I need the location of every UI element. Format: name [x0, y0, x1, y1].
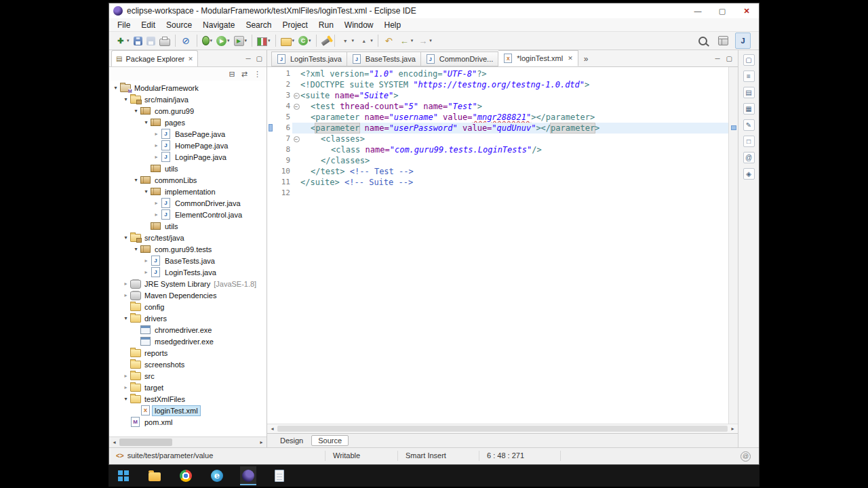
maximize-button[interactable]: ▢ — [710, 3, 734, 18]
editor-tab-logintest-xml[interactable]: X*loginTest.xml✕ — [498, 50, 578, 66]
expand-arrow-icon[interactable]: ▸ — [142, 258, 150, 264]
previous-annotation-button-menu-icon[interactable]: ▾ — [370, 38, 373, 43]
menu-source[interactable]: Source — [161, 20, 197, 30]
minimized-view-icon-2[interactable]: ≡ — [743, 70, 755, 82]
tree-item-basetests-java[interactable]: ▸JBaseTests.java — [109, 255, 267, 266]
save-button[interactable] — [132, 33, 144, 48]
collapse-all-button[interactable]: ⊟ — [229, 70, 235, 79]
file-explorer-button[interactable] — [146, 466, 163, 485]
collapse-fold-icon[interactable]: − — [294, 136, 300, 142]
code-line-8[interactable]: 8<class name="com.guru99.tests.LoginTest… — [267, 144, 728, 155]
line-number[interactable]: 8 — [274, 144, 292, 155]
code-editor[interactable]: 1<?xml version="1.0" encoding="UTF-8"?>2… — [267, 67, 728, 424]
run-external-tools-button[interactable]: ▶▾ — [233, 33, 249, 48]
debug-button-menu-icon[interactable]: ▾ — [210, 38, 213, 43]
close-view-icon[interactable]: ✕ — [188, 56, 193, 62]
expand-arrow-icon[interactable]: ▸ — [153, 154, 160, 160]
line-number[interactable]: 3 — [274, 90, 292, 101]
page-tab-source[interactable]: Source — [311, 435, 349, 446]
tree-item-screenshots[interactable]: screenshots — [109, 359, 267, 370]
expand-arrow-icon[interactable]: ▾ — [142, 119, 150, 125]
collapse-fold-icon[interactable]: − — [294, 104, 300, 110]
tree-item-com-guru99[interactable]: ▾com.guru99 — [109, 105, 267, 117]
menu-navigate[interactable]: Navigate — [197, 20, 240, 30]
coverage-button-menu-icon[interactable]: ▾ — [268, 38, 271, 43]
close-button[interactable]: ✕ — [734, 3, 759, 18]
tree-item-basepage-java[interactable]: ▸JBasePage.java — [109, 128, 267, 140]
scroll-track[interactable] — [119, 438, 256, 447]
tree-item-testxmlfiles[interactable]: ▾testXmlFiles — [109, 393, 267, 405]
editor-tab-commondrive[interactable]: JCommonDrive... — [421, 52, 498, 66]
minimized-view-icon-4[interactable]: ▦ — [743, 103, 755, 115]
line-number[interactable]: 6 — [274, 123, 292, 134]
tree-item-jre-system-library[interactable]: ▸JRE System Library[JavaSE-1.8] — [109, 278, 267, 289]
menu-help[interactable]: Help — [379, 20, 407, 30]
open-perspective-button[interactable] — [717, 33, 730, 48]
tree-item-src[interactable]: ▸src — [109, 370, 267, 382]
next-annotation-button[interactable]: ▼▾ — [338, 33, 356, 48]
code-line-11[interactable]: 11</suite> <!-- Suite --> — [267, 177, 728, 188]
menu-search[interactable]: Search — [240, 20, 277, 30]
code-line-5[interactable]: 5<parameter name="username" value="mngr2… — [267, 112, 728, 123]
new-wizard-button-menu-icon[interactable]: ▾ — [127, 38, 130, 43]
code-line-3[interactable]: 3−<suite name="Suite"> — [267, 90, 728, 101]
tree-item-src-main-java[interactable]: ▾src/main/java — [109, 94, 267, 105]
code-line-6[interactable]: 6<parameter name="userPassword" value="q… — [267, 123, 728, 134]
line-number[interactable]: 7 — [274, 134, 292, 144]
expand-arrow-icon[interactable]: ▸ — [122, 373, 130, 379]
scroll-left-icon[interactable]: ◂ — [267, 426, 277, 432]
maximize-view-icon[interactable]: ▢ — [256, 55, 262, 62]
last-edit-location-button[interactable]: ↶ — [382, 33, 396, 48]
line-number[interactable]: 9 — [274, 155, 292, 166]
scroll-thumb[interactable] — [277, 426, 728, 432]
minimized-view-icon-3[interactable]: ▤ — [743, 87, 755, 98]
notepad-button[interactable] — [271, 466, 288, 485]
expand-arrow-icon[interactable]: ▸ — [122, 281, 130, 287]
scroll-right-icon[interactable]: ▸ — [728, 426, 738, 432]
new-java-project-button[interactable]: ▾ — [279, 33, 296, 48]
minimized-view-icon-5[interactable]: ✎ — [743, 119, 755, 131]
notifications-icon[interactable]: @ — [741, 451, 751, 462]
view-menu-button[interactable]: ⋮ — [254, 70, 261, 79]
code-line-2[interactable]: 2<!DOCTYPE suite SYSTEM "https://testng.… — [267, 79, 728, 90]
code-line-1[interactable]: 1<?xml version="1.0" encoding="UTF-8"?> — [267, 68, 728, 79]
skip-breakpoints-button[interactable]: ⊘ — [179, 33, 193, 48]
back-button-menu-icon[interactable]: ▾ — [411, 38, 414, 43]
coverage-button[interactable]: ▾ — [256, 33, 272, 48]
minimize-view-icon[interactable]: ─ — [245, 55, 250, 62]
expand-arrow-icon[interactable]: ▸ — [122, 292, 130, 298]
tree-item-pages[interactable]: ▾pages — [109, 117, 267, 128]
chrome-button[interactable] — [178, 466, 194, 485]
forward-button-menu-icon[interactable]: ▾ — [429, 38, 432, 43]
new-class-button-menu-icon[interactable]: ▾ — [309, 38, 311, 43]
editor-horizontal-scrollbar[interactable]: ◂ ▸ — [267, 424, 738, 433]
line-number[interactable]: 5 — [274, 112, 292, 123]
line-number[interactable]: 12 — [274, 188, 292, 199]
tree-item-utils[interactable]: utils — [109, 220, 267, 232]
tree-item-maven-dependencies[interactable]: ▸Maven Dependencies — [109, 289, 267, 301]
tab-overflow-chevron[interactable]: » — [584, 54, 589, 64]
code-line-7[interactable]: 7−<classes> — [267, 134, 728, 144]
annotation-overview-marker[interactable] — [731, 125, 736, 130]
line-number[interactable]: 1 — [274, 68, 292, 79]
maximize-editor-icon[interactable]: ▢ — [726, 55, 732, 62]
tree-item-chromedriver-exe[interactable]: chromedriver.exe — [109, 324, 267, 336]
editor-tab-logintests-java[interactable]: JLoginTests.java — [271, 52, 347, 66]
open-search-button[interactable] — [320, 33, 331, 48]
expand-arrow-icon[interactable]: ▸ — [153, 142, 160, 148]
tree-item-com-guru99-tests[interactable]: ▾com.guru99.tests — [109, 243, 267, 255]
tree-item-modularframework[interactable]: ▾ModularFramework — [109, 82, 267, 94]
java-perspective-button[interactable]: J — [735, 33, 751, 49]
new-java-project-button-menu-icon[interactable]: ▾ — [292, 38, 295, 43]
code-line-4[interactable]: 4−<test thread-count="5" name="Test"> — [267, 101, 728, 112]
expand-arrow-icon[interactable]: ▸ — [142, 269, 150, 275]
tree-item-pom-xml[interactable]: Mpom.xml — [109, 416, 267, 428]
tree-item-commonlibs[interactable]: ▾commonLibs — [109, 174, 267, 186]
forward-button[interactable]: →▾ — [416, 33, 433, 48]
minimized-view-icon-6[interactable]: □ — [743, 136, 755, 147]
line-number[interactable]: 11 — [274, 177, 292, 188]
scroll-track[interactable] — [277, 425, 728, 432]
eclipse-button[interactable] — [240, 466, 256, 485]
tree-item-implementation[interactable]: ▾implementation — [109, 186, 267, 197]
expand-arrow-icon[interactable]: ▾ — [122, 96, 130, 102]
